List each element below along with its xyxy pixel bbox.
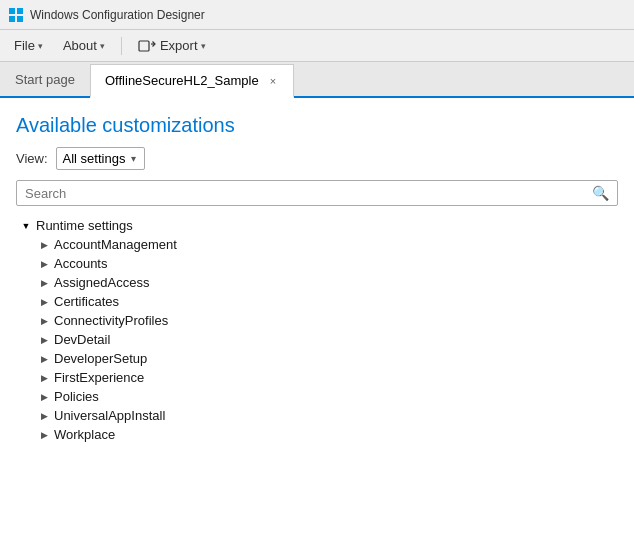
tree-collapse-icon: ▶ (38, 410, 50, 422)
tree-child-node[interactable]: ▶ DeveloperSetup (16, 349, 618, 368)
tree-child-node[interactable]: ▶ AccountManagement (16, 235, 618, 254)
tree-child-node[interactable]: ▶ ConnectivityProfiles (16, 311, 618, 330)
search-icon[interactable]: 🔍 (592, 185, 609, 201)
tab-bar: Start page OfflineSecureHL2_Sample × (0, 62, 634, 98)
svg-rect-3 (17, 16, 23, 22)
about-menu[interactable]: About ▾ (55, 35, 113, 56)
tree-collapse-icon: ▶ (38, 277, 50, 289)
tree-child-label: DeveloperSetup (54, 351, 147, 366)
tree-children: ▶ AccountManagement ▶ Accounts ▶ Assigne… (16, 235, 618, 444)
export-menu[interactable]: Export ▾ (130, 35, 214, 56)
file-chevron-icon: ▾ (38, 41, 43, 51)
svg-rect-4 (139, 41, 149, 51)
about-chevron-icon: ▾ (100, 41, 105, 51)
tree-child-node[interactable]: ▶ FirstExperience (16, 368, 618, 387)
svg-rect-1 (17, 8, 23, 14)
tab-start-page[interactable]: Start page (0, 62, 90, 96)
app-icon (8, 7, 24, 23)
file-menu[interactable]: File ▾ (6, 35, 51, 56)
search-input[interactable] (25, 186, 592, 201)
tree-child-node[interactable]: ▶ Accounts (16, 254, 618, 273)
tree-collapse-icon: ▶ (38, 391, 50, 403)
search-bar: 🔍 (16, 180, 618, 206)
tree-collapse-icon: ▶ (38, 315, 50, 327)
tree: ▼ Runtime settings ▶ AccountManagement ▶… (16, 216, 618, 536)
tree-child-node[interactable]: ▶ UniversalAppInstall (16, 406, 618, 425)
tree-collapse-icon: ▶ (38, 429, 50, 441)
export-chevron-icon: ▾ (201, 41, 206, 51)
title-bar: Windows Configuration Designer (0, 0, 634, 30)
tree-child-label: UniversalAppInstall (54, 408, 165, 423)
tree-child-label: AssignedAccess (54, 275, 149, 290)
tree-collapse-icon: ▶ (38, 296, 50, 308)
section-title: Available customizations (16, 114, 618, 137)
view-dropdown[interactable]: All settings ▾ (56, 147, 146, 170)
tree-child-node[interactable]: ▶ AssignedAccess (16, 273, 618, 292)
tree-child-label: AccountManagement (54, 237, 177, 252)
tree-collapse-icon: ▶ (38, 239, 50, 251)
tree-collapse-icon: ▶ (38, 334, 50, 346)
tree-child-node[interactable]: ▶ DevDetail (16, 330, 618, 349)
tab-active[interactable]: OfflineSecureHL2_Sample × (90, 64, 294, 98)
tree-collapse-icon: ▶ (38, 353, 50, 365)
tree-child-label: FirstExperience (54, 370, 144, 385)
view-row: View: All settings ▾ (16, 147, 618, 170)
tree-child-label: ConnectivityProfiles (54, 313, 168, 328)
view-label: View: (16, 151, 48, 166)
tree-collapse-icon: ▶ (38, 372, 50, 384)
svg-rect-0 (9, 8, 15, 14)
main-content: Available customizations View: All setti… (0, 98, 634, 546)
tree-expand-icon: ▼ (20, 220, 32, 232)
tree-child-node[interactable]: ▶ Workplace (16, 425, 618, 444)
tree-child-node[interactable]: ▶ Certificates (16, 292, 618, 311)
svg-rect-2 (9, 16, 15, 22)
tree-root-node[interactable]: ▼ Runtime settings (16, 216, 618, 235)
tree-child-node[interactable]: ▶ Policies (16, 387, 618, 406)
tree-child-label: Certificates (54, 294, 119, 309)
app-title: Windows Configuration Designer (30, 8, 205, 22)
tab-close-button[interactable]: × (267, 74, 279, 88)
menu-separator (121, 37, 122, 55)
tree-root-label: Runtime settings (36, 218, 133, 233)
tree-child-label: Workplace (54, 427, 115, 442)
tree-collapse-icon: ▶ (38, 258, 50, 270)
tree-child-label: DevDetail (54, 332, 110, 347)
tree-child-label: Accounts (54, 256, 107, 271)
export-icon (138, 39, 156, 53)
menu-bar: File ▾ About ▾ Export ▾ (0, 30, 634, 62)
dropdown-chevron-icon: ▾ (131, 153, 136, 164)
tree-child-label: Policies (54, 389, 99, 404)
